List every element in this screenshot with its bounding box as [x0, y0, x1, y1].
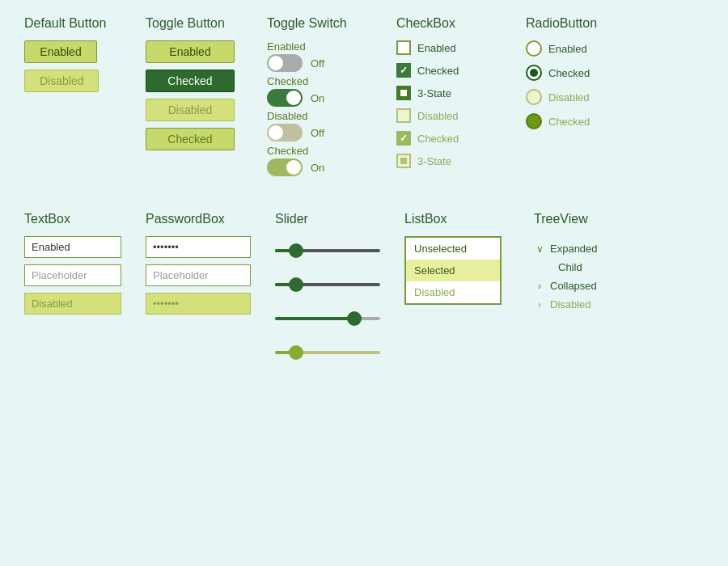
cb-row-three-state: 3-State — [396, 86, 451, 100]
passwordbox-section: PasswordBox — [146, 212, 275, 321]
switch-enabled-label: Enabled — [267, 40, 306, 53]
chevron-collapsed-icon: › — [534, 281, 545, 292]
textbox-enabled[interactable] — [24, 236, 121, 258]
cb-three-state[interactable] — [396, 86, 411, 100]
toggle-btn-checked[interactable]: Checked — [146, 70, 235, 92]
cb-enabled[interactable] — [396, 40, 411, 55]
treeview-title: TreeView — [534, 212, 588, 226]
toggle-btn-enabled[interactable]: Enabled — [146, 40, 235, 63]
switch-row-dis-on: On — [267, 158, 324, 176]
checkbox-section: CheckBox Enabled ✓ Checked 3-State Disab… — [396, 16, 526, 176]
switch-dis-on-label: On — [311, 162, 324, 174]
listbox-section: ListBox Unselected Selected Disabled — [404, 212, 534, 305]
rb-inner-checked — [530, 69, 538, 77]
tree-expanded-label: Expanded — [550, 243, 598, 255]
tree-item-disabled: › Disabled — [534, 295, 598, 314]
default-btn-disabled: Disabled — [24, 70, 99, 92]
cb-checked-disabled: ✓ — [396, 131, 411, 146]
slider-title: Slider — [275, 212, 308, 226]
slider-track-4 — [275, 351, 380, 354]
rb-row-disabled: Disabled — [526, 89, 590, 105]
cb-enabled-label: Enabled — [417, 42, 456, 54]
default-btn-enabled[interactable]: Enabled — [24, 40, 97, 63]
passwordbox-enabled[interactable] — [146, 236, 251, 258]
cb-row-checked: ✓ Checked — [396, 63, 459, 78]
textbox-placeholder[interactable] — [24, 264, 121, 286]
switch-checked-label: Checked — [267, 75, 308, 87]
listbox-title: ListBox — [404, 212, 447, 226]
switch-thumb-on — [286, 91, 301, 105]
tree-item-child[interactable]: Child — [534, 258, 598, 277]
treeview-section: TreeView ∨ Expanded Child › Collapsed › … — [534, 212, 679, 314]
switch-thumb-dis-on — [286, 160, 301, 175]
tree-item-expanded[interactable]: ∨ Expanded — [534, 239, 598, 258]
cb-three-state-disabled-label: 3-State — [417, 155, 451, 167]
rb-row-checked: Checked — [526, 65, 590, 81]
passwordbox-placeholder[interactable] — [146, 264, 251, 286]
switch-dis-off-label: Off — [311, 127, 324, 139]
top-row: Default Button Enabled Disabled Toggle B… — [24, 16, 704, 180]
toggle-switch-off[interactable] — [267, 54, 303, 72]
cb-row-checked-disabled: ✓ Checked — [396, 131, 459, 146]
toggle-switch-disabled-on — [267, 158, 303, 176]
tree-item-collapsed[interactable]: › Collapsed — [534, 277, 598, 295]
toggle-switch-disabled-off — [267, 124, 303, 142]
rb-enabled-label: Enabled — [548, 43, 587, 55]
rb-enabled[interactable] — [526, 40, 542, 57]
chevron-disabled-icon: › — [534, 299, 545, 310]
textbox-section: TextBox — [24, 212, 146, 321]
toggle-switch-title: Toggle Switch — [267, 16, 347, 31]
cb-square-mark — [400, 90, 407, 96]
radiobutton-title: RadioButton — [526, 16, 597, 31]
switch-disabled-label: Disabled — [267, 110, 308, 122]
rb-checked-disabled-label: Checked — [548, 116, 590, 128]
bottom-row: TextBox PasswordBox Slider — [24, 212, 704, 364]
cb-disabled — [396, 108, 411, 123]
switch-on-label: On — [311, 92, 324, 104]
passwordbox-disabled — [146, 293, 251, 315]
cb-row-enabled: Enabled — [396, 40, 456, 55]
switch-thumb-off — [269, 56, 283, 70]
slider-track-2[interactable] — [275, 283, 380, 286]
slider-fill-3 — [275, 317, 354, 320]
tree-collapsed-label: Collapsed — [550, 280, 597, 292]
cb-row-disabled: Disabled — [396, 108, 459, 123]
cb-row-three-state-disabled: 3-State — [396, 154, 451, 168]
main-container: Default Button Enabled Disabled Toggle B… — [0, 0, 728, 380]
slider-thumb-1[interactable] — [289, 243, 303, 258]
rb-row-checked-disabled: Checked — [526, 113, 590, 129]
listbox-item-selected[interactable]: Selected — [406, 260, 500, 281]
slider-thumb-2[interactable] — [289, 277, 303, 292]
listbox-item-unselected[interactable]: Unselected — [406, 238, 500, 260]
cb-checked-label: Checked — [417, 65, 459, 77]
cb-disabled-label: Disabled — [417, 110, 459, 122]
toggle-switch-on[interactable] — [267, 89, 303, 107]
toggle-button-title: Toggle Button — [146, 16, 225, 31]
slider-thumb-3[interactable] — [347, 311, 362, 326]
tree-disabled-label: Disabled — [550, 298, 591, 310]
passwordbox-title: PasswordBox — [146, 212, 225, 226]
cb-check-mark: ✓ — [400, 65, 408, 75]
cb-checked-disabled-label: Checked — [417, 133, 459, 145]
rb-checked[interactable] — [526, 65, 542, 81]
toggle-switch-section: Toggle Switch Enabled Off Checked On Dis… — [267, 16, 396, 180]
textbox-disabled — [24, 293, 121, 315]
switch-row-off: Off — [267, 54, 324, 72]
rb-checked-disabled — [526, 113, 542, 129]
slider-section: Slider — [275, 212, 404, 364]
slider-track-3[interactable] — [275, 317, 380, 320]
checkbox-title: CheckBox — [396, 16, 455, 31]
listbox-item-disabled: Disabled — [406, 281, 500, 303]
listbox[interactable]: Unselected Selected Disabled — [404, 236, 502, 305]
rb-disabled-label: Disabled — [548, 91, 590, 103]
cb-square-dis-mark — [400, 158, 407, 164]
switch-thumb-dis-off — [269, 125, 283, 140]
slider-track-1[interactable] — [275, 249, 380, 252]
cb-checked[interactable]: ✓ — [396, 63, 411, 78]
default-button-title: Default Button — [24, 16, 106, 31]
chevron-expanded-icon: ∨ — [534, 243, 545, 255]
slider-container — [275, 239, 380, 364]
rb-row-enabled: Enabled — [526, 40, 587, 57]
toggle-button-section: Toggle Button Enabled Checked Disabled C… — [146, 16, 267, 157]
cb-three-state-disabled — [396, 154, 411, 168]
